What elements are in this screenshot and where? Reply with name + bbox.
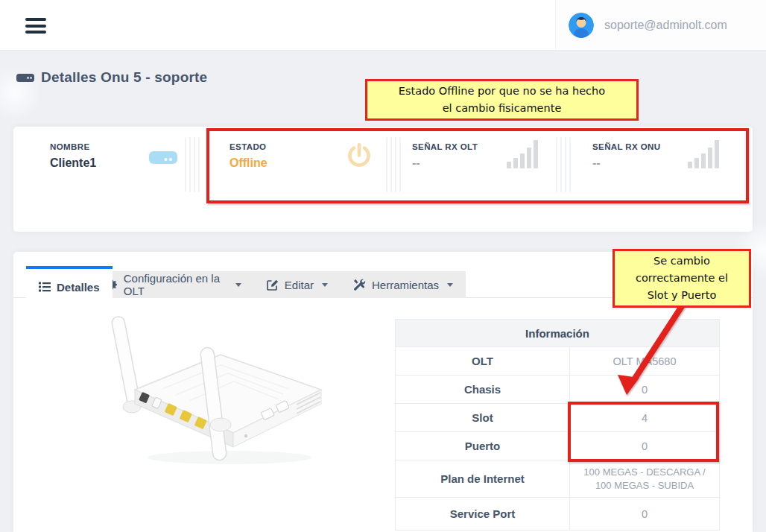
tab-herramientas[interactable]: Herramientas <box>341 271 466 298</box>
stat-senal-rx-olt-value: -- <box>412 156 478 170</box>
divider <box>556 137 571 192</box>
stat-estado-label: ESTADO <box>230 142 268 151</box>
menu-icon[interactable] <box>25 18 46 34</box>
stat-senal-rx-onu-label: SEÑAL RX ONU <box>592 142 661 151</box>
row-slot-value: 4 <box>570 404 720 432</box>
tab-configuracion-olt[interactable]: Configuración en la OLT <box>95 271 254 298</box>
caret-down-icon <box>322 283 328 287</box>
table-row: OLT OLT MA5680 <box>396 347 720 376</box>
stat-senal-rx-olt: SEÑAL RX OLT -- <box>412 142 478 170</box>
table-row: Slot 4 <box>396 404 720 432</box>
stat-nombre-label: NOMBRE <box>50 142 96 151</box>
onu-title-icon <box>16 71 34 84</box>
status-badge: Offline <box>230 156 268 170</box>
annotation-note-slot: Se cambio correctamente el Slot y Puerto <box>613 249 751 308</box>
row-plan-label: Plan de Internet <box>396 460 570 498</box>
tab-detalles[interactable]: Detalles <box>26 266 113 298</box>
tab-editar-label: Editar <box>285 279 314 291</box>
row-serviceport-value: 0 <box>570 498 720 531</box>
signal-bars-icon <box>688 137 719 168</box>
tools-icon <box>353 279 366 291</box>
app-screen: soporte@adminolt.com Detalles Onu 5 - so… <box>0 0 766 532</box>
signal-bars-icon <box>507 137 538 168</box>
device-icon <box>148 146 179 168</box>
list-icon <box>39 282 51 292</box>
caret-down-icon <box>235 283 241 287</box>
table-header-row: Información <box>396 320 720 347</box>
stat-estado: ESTADO Offline <box>230 142 268 170</box>
row-olt-label: OLT <box>396 347 570 376</box>
information-table: Información OLT OLT MA5680 Chasis 0 Slot… <box>395 319 720 531</box>
table-row: Puerto 0 <box>396 432 720 460</box>
top-navbar: soporte@adminolt.com <box>0 0 766 51</box>
divider <box>386 137 401 192</box>
onu-product-image <box>43 311 364 529</box>
status-card: NOMBRE Cliente1 ESTADO Offline SEÑAL RX … <box>13 127 753 232</box>
stat-senal-rx-onu-value: -- <box>592 156 661 170</box>
row-puerto-value: 0 <box>570 432 720 460</box>
tab-strip: Configuración en la OLT Editar <box>95 271 466 298</box>
annotation-note-estado: Estado Offline por que no se ha hecho el… <box>365 79 639 121</box>
row-plan-value: 100 MEGAS - DESCARGA / 100 MEGAS - SUBID… <box>570 460 720 498</box>
row-slot-label: Slot <box>396 404 570 432</box>
tab-configuracion-olt-label: Configuración en la OLT <box>124 272 227 297</box>
edit-icon <box>267 279 279 291</box>
table-row: Service Port 0 <box>396 498 720 531</box>
page-title-text: Detalles Onu 5 - soporte <box>41 69 207 86</box>
stat-senal-rx-onu: SEÑAL RX ONU -- <box>592 142 661 170</box>
row-chasis-label: Chasis <box>396 376 570 404</box>
table-title: Información <box>396 320 720 347</box>
row-olt-value: OLT MA5680 <box>570 347 720 376</box>
stat-nombre-value: Cliente1 <box>50 156 96 170</box>
table-row: Plan de Internet 100 MEGAS - DESCARGA / … <box>396 460 720 498</box>
user-menu[interactable]: soporte@adminolt.com <box>555 0 766 50</box>
page-title: Detalles Onu 5 - soporte <box>16 69 207 86</box>
table-row: Chasis 0 <box>396 376 720 404</box>
row-serviceport-label: Service Port <box>396 498 570 531</box>
avatar <box>569 13 594 38</box>
caret-down-icon <box>447 283 453 287</box>
user-email: soporte@adminolt.com <box>604 19 727 32</box>
power-icon <box>346 142 373 171</box>
divider <box>185 137 200 192</box>
stat-nombre: NOMBRE Cliente1 <box>50 142 96 170</box>
row-chasis-value: 0 <box>570 376 720 404</box>
tab-herramientas-label: Herramientas <box>372 279 439 291</box>
tab-detalles-label: Detalles <box>57 281 100 294</box>
tab-editar[interactable]: Editar <box>254 271 341 298</box>
stat-senal-rx-olt-label: SEÑAL RX OLT <box>412 142 478 151</box>
row-puerto-label: Puerto <box>396 432 570 460</box>
